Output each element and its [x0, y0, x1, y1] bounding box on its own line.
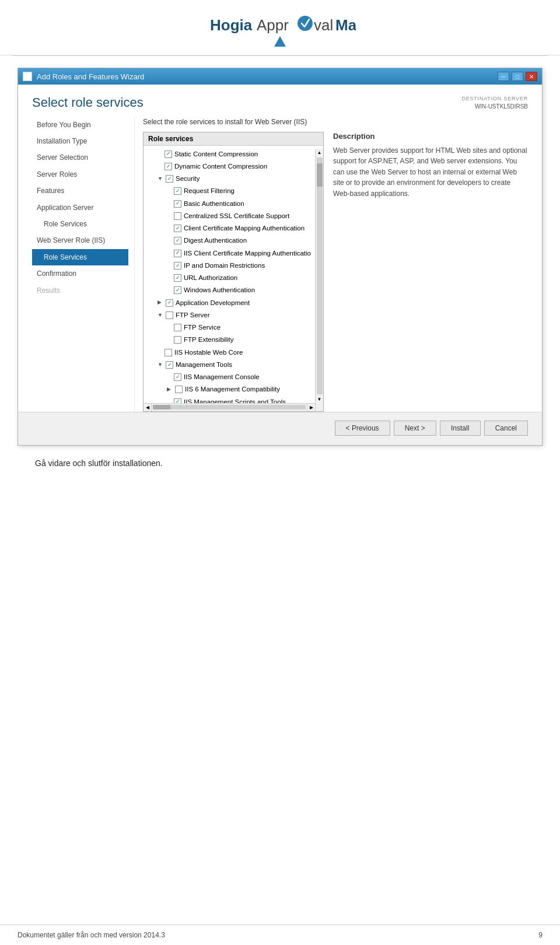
checkbox-url-auth[interactable]: ✓	[174, 274, 181, 282]
window-body: Select role services DESTINATION SERVER …	[18, 85, 542, 445]
svg-text:Manager: Manager	[335, 16, 356, 34]
footer-left: Dokumentet gäller från och med version 2…	[18, 931, 165, 939]
list-item: ✓ Windows Authentication	[144, 284, 323, 296]
nav-features[interactable]: Features	[32, 183, 128, 199]
window-app-icon	[23, 72, 32, 81]
wizard-buttons: < Previous Next > Install Cancel	[18, 412, 542, 445]
list-item: ▶ ✓ Application Development	[144, 297, 323, 309]
hscroll-track	[153, 405, 306, 410]
list-item: ✓ Static Content Compression	[144, 148, 323, 160]
triangle-iis6[interactable]: ▶	[167, 386, 174, 394]
triangle-security[interactable]: ▼	[158, 175, 164, 183]
below-instruction: Gå vidare och slutför installationen.	[35, 459, 525, 468]
install-button[interactable]: Install	[440, 421, 481, 436]
list-item: ✓ IIS Management Console	[144, 371, 323, 383]
nav-role-services-active[interactable]: Role Services	[32, 249, 128, 265]
nav-confirmation[interactable]: Confirmation	[32, 265, 128, 282]
minimize-button[interactable]: ─	[498, 72, 509, 81]
services-box: Role services ✓ Static Content Compressi…	[143, 132, 324, 412]
list-item: ✓ IP and Domain Restrictions	[144, 260, 323, 272]
triangle-ftp[interactable]: ▼	[158, 312, 164, 320]
triangle-mgmt[interactable]: ▼	[158, 361, 164, 369]
next-button[interactable]: Next >	[394, 421, 436, 436]
page-main-title: Select role services	[32, 95, 144, 110]
horizontal-scrollbar[interactable]: ◀ ▶	[144, 403, 315, 411]
list-item: ✓ Request Filtering	[144, 185, 323, 197]
checkbox-ftp-server[interactable]	[166, 312, 173, 319]
below-window: Gå vidare och slutför installationen.	[18, 446, 542, 480]
checkbox-app-dev[interactable]: ✓	[166, 299, 173, 307]
checkbox-iis-mgmt-console[interactable]: ✓	[174, 373, 181, 381]
page-content: Add Roles and Features Wizard ─ □ ✕ Sele…	[0, 56, 560, 491]
list-item: ✓ URL Authorization	[144, 272, 323, 284]
checkbox-dynamic-content[interactable]: ✓	[164, 163, 172, 170]
checkbox-iis6-compat[interactable]	[175, 386, 183, 393]
window-title: Add Roles and Features Wizard	[37, 72, 144, 81]
list-item: FTP Service	[144, 321, 323, 334]
destination-label: DESTINATION SERVER	[461, 95, 528, 103]
vscroll-track	[317, 158, 323, 394]
wizard-main: Select the role services to install for …	[134, 117, 528, 412]
nav-role-services-sub[interactable]: Role Services	[32, 216, 128, 232]
previous-button[interactable]: < Previous	[335, 421, 390, 436]
services-list[interactable]: ✓ Static Content Compression ✓ Dynamic C…	[144, 146, 323, 408]
list-item: FTP Extensibility	[144, 334, 323, 346]
vscroll-down[interactable]: ▼	[317, 396, 322, 403]
description-title: Description	[333, 132, 528, 141]
nav-application-server[interactable]: Application Server	[32, 200, 128, 216]
checkbox-basic-auth[interactable]: ✓	[174, 200, 181, 208]
window-controls[interactable]: ─ □ ✕	[498, 72, 537, 81]
checkbox-ftp-extensibility[interactable]	[174, 336, 181, 344]
checkbox-mgmt-tools[interactable]: ✓	[166, 361, 173, 369]
checkbox-request-filtering[interactable]: ✓	[174, 187, 181, 195]
checkbox-windows-auth[interactable]: ✓	[174, 286, 181, 294]
svg-point-2	[298, 16, 313, 31]
list-item: ✓ Digest Authentication	[144, 235, 323, 247]
list-item: ✓ Client Certificate Mapping Authenticat…	[144, 222, 323, 235]
checkbox-ssl-cert[interactable]	[174, 212, 181, 220]
page-footer: Dokumentet gäller från och med version 2…	[0, 925, 560, 945]
nav-server-selection[interactable]: Server Selection	[32, 149, 128, 166]
destination-server: WIN-USTKL5DIRSB	[461, 103, 528, 111]
footer-right: 9	[538, 931, 542, 939]
checkbox-client-cert[interactable]: ✓	[174, 225, 181, 232]
list-item: ▶ IIS 6 Management Compatibility	[144, 383, 323, 396]
triangle-app-dev[interactable]: ▶	[158, 299, 164, 307]
role-services-panel: Role services ✓ Static Content Compressi…	[143, 132, 528, 412]
description-panel: Description Web Server provides support …	[333, 132, 528, 412]
checkbox-ftp-service[interactable]	[174, 324, 181, 331]
nav-server-roles[interactable]: Server Roles	[32, 166, 128, 183]
nav-results: Results	[32, 282, 128, 299]
nav-installation-type[interactable]: Installation Type	[32, 133, 128, 149]
list-item: IIS Hostable Web Core	[144, 346, 323, 359]
vertical-scrollbar[interactable]: ▲ ▼	[315, 149, 323, 411]
svg-text:Hogia: Hogia	[210, 16, 253, 34]
checkbox-digest-auth[interactable]: ✓	[174, 237, 181, 244]
checkbox-ip-domain[interactable]: ✓	[174, 262, 181, 270]
list-item: ✓ IIS Client Certificate Mapping Authent…	[144, 247, 323, 260]
hscroll-thumb[interactable]	[153, 405, 170, 410]
wizard-window: Add Roles and Features Wizard ─ □ ✕ Sele…	[18, 68, 542, 446]
checkbox-security[interactable]: ✓	[166, 175, 173, 183]
checkbox-static-content[interactable]: ✓	[164, 150, 172, 158]
list-item: ▼ ✓ Security	[144, 173, 323, 185]
nav-web-server-role[interactable]: Web Server Role (IIS)	[32, 232, 128, 249]
window-titlebar: Add Roles and Features Wizard ─ □ ✕	[18, 68, 542, 85]
list-item: ▼ FTP Server	[144, 309, 323, 321]
nav-before-you-begin[interactable]: Before You Begin	[32, 117, 128, 133]
hscroll-right[interactable]: ▶	[307, 403, 315, 411]
checkbox-hostable-web-core[interactable]	[164, 349, 172, 356]
svg-text:Appr: Appr	[257, 16, 289, 34]
cancel-button[interactable]: Cancel	[484, 421, 528, 436]
wizard-nav: Before You Begin Installation Type Serve…	[32, 117, 134, 412]
close-button[interactable]: ✕	[526, 72, 537, 81]
wizard-layout: Before You Begin Installation Type Serve…	[18, 117, 542, 412]
hscroll-left[interactable]: ◀	[144, 403, 152, 411]
vscroll-up[interactable]: ▲	[317, 149, 322, 156]
checkbox-iis-client-cert[interactable]: ✓	[174, 250, 181, 257]
page-title-row: Select role services DESTINATION SERVER …	[18, 85, 542, 117]
vscroll-thumb[interactable]	[317, 163, 323, 187]
maximize-button[interactable]: □	[512, 72, 523, 81]
destination-server-block: DESTINATION SERVER WIN-USTKL5DIRSB	[461, 95, 528, 111]
header-logo: Hogia Appr val Manager	[0, 0, 560, 55]
